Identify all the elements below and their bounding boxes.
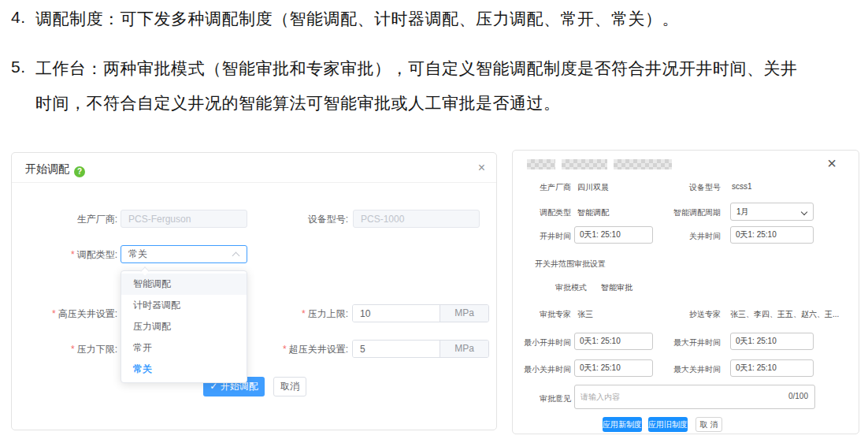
close-icon[interactable]: × — [478, 162, 485, 174]
approval-expert-value: 张三 — [577, 309, 593, 320]
dialog-header: 开始调配? × — [12, 153, 496, 183]
blurred-title — [527, 159, 672, 169]
required-icon: * — [71, 249, 75, 260]
help-icon[interactable]: ? — [74, 166, 85, 177]
overpressure-shutin-label: *超压关井设置: — [248, 344, 348, 355]
manufacturer-field[interactable] — [121, 210, 247, 228]
doc-item-5-number: 5. — [11, 58, 26, 76]
close-time-label: 关井时间 — [659, 231, 721, 242]
required-icon: * — [52, 308, 56, 319]
approval-expert-label: 审批专家 — [519, 309, 571, 320]
device-model-value: scss1 — [732, 182, 752, 191]
dispatch-type-dropdown: 智能调配 计时器调配 压力调配 常开 常关 — [121, 270, 247, 383]
cc-expert-value: 张三、李四、王五、赵六、王... — [730, 309, 839, 320]
close-icon[interactable]: × — [827, 157, 836, 169]
section-title-approval-settings: 开关井范围审批设置 — [535, 259, 606, 270]
comment-placeholder: 请输入内容 — [581, 392, 620, 403]
smart-cycle-label: 智能调配周期 — [659, 207, 721, 218]
smart-dispatch-approval-dialog: × 生产厂商 四川双晨 设备型号 scss1 调配类型 智能调配 智能调配周期 … — [512, 150, 859, 434]
max-open-time-field[interactable] — [730, 333, 814, 350]
mpa-unit: MPa — [440, 341, 488, 357]
max-close-time-field[interactable] — [730, 359, 814, 377]
dispatch-type-select[interactable]: 常关 — [121, 245, 247, 263]
mpa-unit: MPa — [440, 305, 488, 322]
max-open-time-label: 最大开井时间 — [659, 337, 721, 348]
min-close-time-label: 最小关井时间 — [519, 364, 571, 375]
dispatch-type-label: 调配类型 — [519, 207, 571, 218]
chevron-down-icon — [801, 209, 807, 215]
high-pressure-shutin-label: *高压关井设置: — [12, 308, 117, 319]
dropdown-option-pressure[interactable]: 压力调配 — [121, 316, 247, 337]
min-open-time-label: 最小开井时间 — [519, 337, 571, 348]
open-time-field[interactable] — [574, 226, 653, 244]
dispatch-type-label: *调配类型: — [12, 249, 117, 260]
dropdown-option-always-open[interactable]: 常开 — [121, 337, 247, 359]
approval-comment-label: 审批意见 — [519, 393, 571, 404]
device-model-field[interactable] — [353, 210, 480, 228]
min-close-time-field[interactable] — [574, 359, 653, 377]
comment-counter: 0/100 — [788, 392, 808, 400]
dispatch-type-value: 智能调配 — [577, 207, 609, 218]
close-time-field[interactable] — [730, 226, 814, 244]
cc-expert-label: 抄送专家 — [659, 309, 721, 320]
required-icon: * — [283, 344, 287, 355]
cancel-button[interactable]: 取 消 — [696, 417, 722, 432]
dropdown-option-timer[interactable]: 计时器调配 — [121, 295, 247, 316]
doc-item-5-text-line1: 工作台：两种审批模式（智能审批和专家审批），可自定义智能调配制度是否符合井况开井… — [35, 58, 798, 80]
min-open-time-field[interactable] — [574, 333, 653, 350]
manufacturer-label: 生产厂商 — [519, 182, 571, 193]
pressure-upper-label: *压力上限: — [248, 308, 348, 319]
manufacturer-label: 生产厂商: — [12, 214, 117, 225]
chevron-up-icon — [232, 252, 240, 260]
device-model-label: 设备型号: — [248, 214, 348, 225]
doc-item-5-text-line2: 时间，不符合自定义井况的智能算法可智能审批或人工审批是否通过。 — [35, 92, 561, 114]
apply-new-policy-button[interactable]: 应用新制度 — [603, 417, 642, 432]
max-close-time-label: 最大关井时间 — [659, 364, 721, 375]
approval-mode-value: 智能审批 — [601, 282, 632, 293]
overpressure-field[interactable] — [353, 341, 440, 357]
cancel-button[interactable]: 取消 — [273, 377, 306, 396]
open-time-label: 开井时间 — [519, 231, 571, 242]
pressure-upper-field[interactable] — [353, 305, 440, 322]
overpressure-group: MPa — [352, 340, 489, 358]
smart-cycle-select[interactable]: 1月 — [730, 203, 814, 221]
approval-mode-label: 审批模式 — [555, 282, 587, 293]
approval-comment-field[interactable]: 请输入内容 0/100 — [574, 385, 815, 409]
apply-old-policy-button[interactable]: 应用旧制度 — [648, 417, 688, 432]
required-icon: * — [302, 308, 306, 319]
required-icon: * — [71, 344, 75, 355]
manufacturer-value: 四川双晨 — [577, 182, 609, 193]
pressure-upper-group: MPa — [352, 304, 489, 322]
start-dispatch-dialog: 开始调配? × 生产厂商: 设备型号: *调配类型: 常关 智能调配 计时器调配… — [11, 152, 497, 430]
dialog-title: 开始调配? — [25, 162, 85, 177]
dropdown-option-always-closed[interactable]: 常关 — [121, 359, 247, 380]
dropdown-option-smart[interactable]: 智能调配 — [121, 274, 247, 295]
doc-item-4-number: 4. — [11, 8, 26, 27]
pressure-lower-label: *压力下限: — [12, 344, 117, 355]
device-model-label: 设备型号 — [659, 182, 721, 193]
doc-item-4-text: 调配制度：可下发多种调配制度（智能调配、计时器调配、压力调配、常开、常关）。 — [35, 8, 679, 30]
